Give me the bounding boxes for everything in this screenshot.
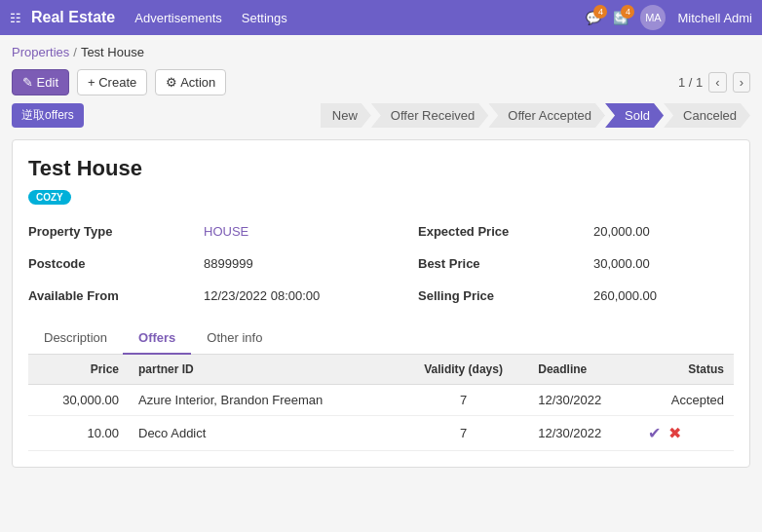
reject-icon[interactable]: ✖	[668, 424, 681, 442]
edit-button[interactable]: ✎ Edit	[12, 69, 69, 95]
action-button[interactable]: ⚙ Action	[155, 69, 226, 95]
row2-partner: Deco Addict	[129, 416, 399, 451]
breadcrumb-current: Test House	[81, 45, 144, 59]
refresh-badge: 4	[621, 5, 634, 19]
offers-table: Price partner ID Validity (days) Deadlin…	[28, 355, 734, 451]
label-property-type: Property Type	[28, 220, 204, 243]
row2-actions: ✔ ✖	[638, 416, 734, 451]
step-offer-accepted[interactable]: Offer Accepted	[488, 103, 605, 128]
row1-validity: 7	[399, 385, 528, 416]
col-deadline: Deadline	[528, 355, 638, 385]
tab-offers[interactable]: Offers	[123, 323, 191, 355]
top-navigation: ☷ Real Estate Advertisements Settings 💬 …	[0, 0, 762, 35]
toolbar: ✎ Edit + Create ⚙ Action 1 / 1 ‹ ›	[0, 65, 762, 99]
tabs: Description Offers Other info	[28, 323, 734, 355]
col-partner: partner ID	[129, 355, 399, 385]
tab-other-info[interactable]: Other info	[191, 323, 278, 355]
row1-partner: Azure Interior, Brandon Freeman	[129, 385, 399, 416]
table-row: 10.00 Deco Addict 7 12/30/2022 ✔ ✖	[28, 416, 734, 451]
row1-deadline: 12/30/2022	[528, 385, 638, 416]
step-canceled[interactable]: Canceled	[664, 103, 750, 128]
status-steps: New Offer Received Offer Accepted Sold C…	[321, 103, 750, 128]
col-price: Price	[28, 355, 129, 385]
create-button[interactable]: + Create	[77, 69, 147, 95]
app-title: Real Estate	[31, 9, 115, 26]
breadcrumb: Properties / Test House	[0, 35, 762, 65]
property-tag: cozy	[28, 190, 71, 205]
col-validity: Validity (days)	[399, 355, 528, 385]
property-details: Property Type HOUSE Expected Price 20,00…	[28, 220, 734, 307]
nav-links: Advertisements Settings	[134, 11, 586, 25]
label-expected-price: Expected Price	[418, 220, 593, 243]
nav-right: 💬 4 🔄 4 MA Mitchell Admi	[586, 5, 752, 30]
avatar[interactable]: MA	[640, 5, 666, 30]
value-postcode: 8899999	[204, 252, 418, 275]
table-row: 30,000.00 Azure Interior, Brandon Freema…	[28, 385, 734, 416]
label-postcode: Postcode	[28, 252, 204, 275]
nav-advertisements[interactable]: Advertisements	[134, 11, 222, 25]
value-available-from: 12/23/2022 08:00:00	[204, 285, 418, 307]
property-title: Test House	[28, 156, 734, 181]
label-best-price: Best Price	[418, 252, 593, 275]
row2-validity: 7	[399, 416, 528, 451]
user-name[interactable]: Mitchell Admi	[677, 11, 752, 25]
row2-action-icons: ✔ ✖	[648, 424, 724, 442]
breadcrumb-parent[interactable]: Properties	[12, 45, 69, 59]
pagination-prev[interactable]: ‹	[708, 72, 726, 93]
label-selling-price: Selling Price	[418, 285, 593, 307]
row2-deadline: 12/30/2022	[528, 416, 638, 451]
content-card: Test House cozy Property Type HOUSE Expe…	[12, 139, 750, 468]
step-sold[interactable]: Sold	[605, 103, 664, 128]
row1-price: 30,000.00	[28, 385, 129, 416]
chat-badge: 4	[593, 5, 607, 19]
value-selling-price: 260,000.00	[593, 285, 762, 307]
value-best-price: 30,000.00	[593, 252, 762, 275]
breadcrumb-separator: /	[73, 45, 77, 59]
pagination-text: 1 / 1	[678, 75, 703, 90]
row2-price: 10.00	[28, 416, 129, 451]
chat-icon-badge[interactable]: 💬 4	[586, 11, 601, 25]
pagination: 1 / 1 ‹ ›	[678, 72, 750, 93]
label-available-from: Available From	[28, 285, 204, 307]
refresh-icon-badge[interactable]: 🔄 4	[613, 11, 629, 25]
tab-description[interactable]: Description	[28, 323, 123, 355]
pagination-next[interactable]: ›	[733, 72, 750, 93]
filter-offers-button[interactable]: 逆取offers	[12, 103, 84, 128]
accept-icon[interactable]: ✔	[648, 424, 661, 442]
step-offer-received[interactable]: Offer Received	[371, 103, 488, 128]
col-status: Status	[638, 355, 734, 385]
nav-settings[interactable]: Settings	[242, 11, 287, 25]
status-bar: 逆取offers New Offer Received Offer Accept…	[0, 99, 762, 132]
value-property-type[interactable]: HOUSE	[204, 220, 418, 243]
value-expected-price: 20,000.00	[593, 220, 762, 243]
step-new[interactable]: New	[321, 103, 371, 128]
app-grid-icon[interactable]: ☷	[10, 11, 21, 25]
row1-status: Accepted	[638, 385, 734, 416]
